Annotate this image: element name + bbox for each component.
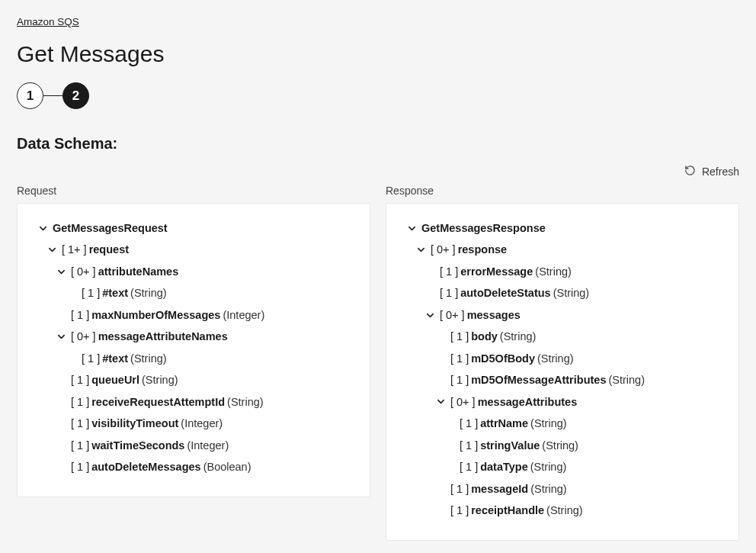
field-type: (Integer) xyxy=(223,307,264,323)
occurrence-label: [ 0+ ] xyxy=(71,263,96,280)
occurrence-label: [ 1 ] xyxy=(71,307,89,323)
field-name: GetMessagesRequest xyxy=(53,220,168,236)
step-connector xyxy=(43,95,62,97)
occurrence-label: [ 1 ] xyxy=(71,458,89,475)
field-name: response xyxy=(458,241,507,258)
tree-row: [ 1 ] maxNumberOfMessages (Integer) xyxy=(30,304,357,326)
occurrence-label: [ 1 ] xyxy=(71,394,89,410)
field-name: errorMessage xyxy=(460,263,533,280)
tree-row: [ 1 ] visibilityTimeout (Integer) xyxy=(30,413,357,434)
tree-row: [ 1 ] errorMessage (String) xyxy=(399,261,726,282)
chevron-down-icon[interactable] xyxy=(56,266,66,277)
field-name: #text xyxy=(102,285,128,301)
request-panel: GetMessagesRequest[ 1+ ] request[ 0+ ] a… xyxy=(17,203,370,497)
field-type: (String) xyxy=(537,350,574,367)
field-name: #text xyxy=(102,350,128,367)
occurrence-label: [ 1 ] xyxy=(450,502,469,519)
chevron-down-icon xyxy=(56,397,66,407)
chevron-down-icon xyxy=(56,440,66,451)
field-type: (String) xyxy=(608,371,645,388)
breadcrumb-link[interactable]: Amazon SQS xyxy=(17,16,79,27)
field-type: (String) xyxy=(142,371,178,388)
field-type: (String) xyxy=(130,285,167,301)
step-2[interactable]: 2 xyxy=(62,82,89,109)
response-panel: GetMessagesResponse[ 0+ ] response[ 1 ] … xyxy=(386,203,739,541)
response-label: Response xyxy=(386,185,739,197)
tree-row[interactable]: GetMessagesRequest xyxy=(30,217,357,239)
chevron-down-icon[interactable] xyxy=(406,223,417,233)
tree-row[interactable]: GetMessagesResponse xyxy=(399,217,726,239)
field-type: (Boolean) xyxy=(203,458,251,475)
field-name: GetMessagesResponse xyxy=(421,220,546,236)
tree-row: [ 1 ] attrName (String) xyxy=(399,413,726,434)
tree-row[interactable]: [ 0+ ] messageAttributeNames xyxy=(30,326,357,347)
chevron-down-icon[interactable] xyxy=(435,397,446,407)
chevron-down-icon xyxy=(435,484,446,494)
field-name: maxNumberOfMessages xyxy=(91,307,220,323)
page-title: Get Messages xyxy=(17,41,739,67)
field-name: attributeNames xyxy=(98,263,179,280)
tree-row: [ 1 ] messageId (String) xyxy=(399,478,726,500)
tree-row: [ 1 ] mD5OfBody (String) xyxy=(399,348,726,369)
tree-row: [ 1 ] body (String) xyxy=(399,326,726,347)
refresh-label: Refresh xyxy=(702,166,739,178)
request-label: Request xyxy=(17,185,370,197)
chevron-down-icon[interactable] xyxy=(424,310,435,320)
chevron-down-icon xyxy=(435,375,446,386)
field-name: stringValue xyxy=(480,437,540,454)
field-type: (String) xyxy=(530,481,567,497)
chevron-down-icon xyxy=(435,505,446,516)
tree-row: [ 1 ] waitTimeSeconds (Integer) xyxy=(30,435,357,456)
chevron-down-icon xyxy=(66,288,77,299)
chevron-down-icon[interactable] xyxy=(56,332,66,342)
tree-row[interactable]: [ 0+ ] attributeNames xyxy=(30,261,357,282)
step-1[interactable]: 1 xyxy=(17,82,43,109)
tree-row[interactable]: [ 0+ ] response xyxy=(399,239,726,260)
chevron-down-icon xyxy=(444,418,455,429)
chevron-down-icon xyxy=(435,332,446,342)
occurrence-label: [ 1 ] xyxy=(82,350,100,367)
occurrence-label: [ 0+ ] xyxy=(450,394,476,410)
tree-row: [ 1 ] autoDeleteStatus (String) xyxy=(399,282,726,304)
chevron-down-icon[interactable] xyxy=(37,223,48,233)
refresh-button[interactable]: Refresh xyxy=(684,165,739,178)
field-name: messages xyxy=(467,307,521,323)
field-name: mD5OfBody xyxy=(471,350,535,367)
field-type: (Integer) xyxy=(181,415,223,432)
field-name: receiveRequestAttemptId xyxy=(91,394,225,410)
occurrence-label: [ 1 ] xyxy=(71,415,89,432)
field-type: (String) xyxy=(535,263,572,280)
tree-row: [ 1 ] #text (String) xyxy=(30,348,357,369)
chevron-down-icon[interactable] xyxy=(415,245,426,256)
chevron-down-icon[interactable] xyxy=(46,245,57,256)
chevron-down-icon xyxy=(444,440,455,451)
chevron-down-icon xyxy=(424,266,435,277)
tree-row: [ 1 ] queueUrl (String) xyxy=(30,369,357,391)
occurrence-label: [ 0+ ] xyxy=(431,241,456,258)
field-name: messageAttributes xyxy=(478,394,578,410)
tree-row: [ 1 ] stringValue (String) xyxy=(399,435,726,456)
tree-row: [ 1 ] receiptHandle (String) xyxy=(399,500,726,521)
tree-row[interactable]: [ 1+ ] request xyxy=(30,239,357,260)
field-type: (String) xyxy=(500,328,537,345)
occurrence-label: [ 1 ] xyxy=(71,437,89,454)
occurrence-label: [ 0+ ] xyxy=(440,307,465,323)
tree-row: [ 1 ] dataType (String) xyxy=(399,456,726,477)
chevron-down-icon xyxy=(56,310,66,320)
occurrence-label: [ 1 ] xyxy=(82,285,100,301)
occurrence-label: [ 0+ ] xyxy=(71,328,96,345)
chevron-down-icon xyxy=(424,288,435,299)
field-name: body xyxy=(471,328,498,345)
refresh-icon xyxy=(684,165,696,178)
field-type: (String) xyxy=(130,350,167,367)
field-type: (String) xyxy=(553,285,590,301)
field-type: (String) xyxy=(530,458,567,475)
chevron-down-icon xyxy=(56,375,66,386)
occurrence-label: [ 1 ] xyxy=(460,415,478,432)
field-name: messageId xyxy=(471,481,528,497)
tree-row[interactable]: [ 0+ ] messages xyxy=(399,304,726,326)
chevron-down-icon xyxy=(66,353,77,364)
tree-row[interactable]: [ 0+ ] messageAttributes xyxy=(399,391,726,413)
field-name: messageAttributeNames xyxy=(98,328,228,345)
stepper: 1 2 xyxy=(17,82,739,109)
